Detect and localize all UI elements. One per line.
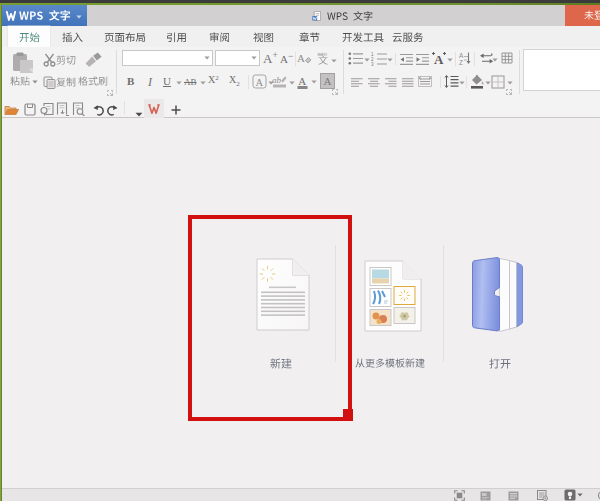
paragraph-text-effect-button[interactable]: A xyxy=(431,51,448,66)
paragraph-insert-table-button[interactable] xyxy=(501,52,513,64)
quick-print-doc-button[interactable] xyxy=(54,102,70,116)
paragraph-borders-button[interactable] xyxy=(491,75,505,89)
tips-bulb-caret-icon[interactable] xyxy=(577,493,583,497)
text-direction-caret-icon[interactable] xyxy=(492,58,498,62)
open-item[interactable] xyxy=(468,254,524,336)
paragraph-dialog-launcher-icon[interactable] xyxy=(506,89,512,95)
statusbar-outline-view-button[interactable] xyxy=(507,491,519,501)
font-char-border-button[interactable]: A xyxy=(252,74,267,89)
borders-caret-icon[interactable] xyxy=(507,81,513,85)
print-doc-icon xyxy=(55,102,69,116)
phonetic-guide-caret-icon[interactable] xyxy=(331,59,337,63)
format-painter-button[interactable] xyxy=(85,52,102,72)
cut-label[interactable] xyxy=(55,54,76,66)
templates-item[interactable] xyxy=(364,260,422,336)
menu-tab-5[interactable] xyxy=(245,26,282,47)
font-strikethrough-button[interactable]: AB xyxy=(184,77,197,87)
cut-button[interactable] xyxy=(42,52,56,67)
app-menu-tab[interactable] xyxy=(2,5,87,26)
strikethrough-caret-icon[interactable] xyxy=(200,81,206,85)
font-name-caret-icon[interactable] xyxy=(204,56,210,60)
underline-caret-icon[interactable] xyxy=(176,81,182,85)
quick-print-preview-button[interactable] xyxy=(70,102,86,116)
open-label[interactable] xyxy=(489,358,511,370)
align-center-icon xyxy=(368,78,380,87)
menu-tab-label xyxy=(342,32,384,43)
font-clear-format-button[interactable]: A xyxy=(297,51,312,66)
templates-label[interactable] xyxy=(355,358,425,369)
styles-gallery[interactable] xyxy=(523,49,600,91)
decrease-indent-icon xyxy=(399,53,414,66)
quick-export-pdf-button[interactable] xyxy=(39,102,55,116)
statusbar-read-layout-view-button[interactable] xyxy=(479,491,491,501)
text-effect-caret-icon[interactable] xyxy=(447,58,453,62)
paragraph-align-left-button[interactable] xyxy=(351,78,363,87)
login-button[interactable] xyxy=(565,5,600,26)
font-superscript-button[interactable]: X2 xyxy=(208,74,219,85)
paragraph-sort-az-button[interactable]: AZ xyxy=(458,51,472,66)
paragraph-align-distribute-button[interactable] xyxy=(418,76,432,87)
font-bold-button[interactable]: B xyxy=(127,75,134,87)
menu-tab-1[interactable] xyxy=(54,26,91,47)
paragraph-align-right-button[interactable] xyxy=(385,78,397,87)
font-char-shading-button[interactable]: A xyxy=(320,73,335,89)
paragraph-align-justify-button[interactable] xyxy=(402,78,414,87)
paragraph-line-spacing-button[interactable] xyxy=(444,75,459,88)
chevron-down-icon[interactable] xyxy=(76,15,82,19)
quick-open-folder-button[interactable] xyxy=(3,103,19,117)
line-spacing-icon xyxy=(444,75,459,88)
font-phonetic-guide-button[interactable]: wén xyxy=(316,51,330,66)
menu-tab-label xyxy=(299,32,320,43)
paragraph-numbered-list-button[interactable]: 123 xyxy=(371,52,388,66)
start-page-tab[interactable] xyxy=(144,99,164,118)
menu-tab-8[interactable] xyxy=(384,26,432,47)
decrease-font-size-icon: A− xyxy=(280,53,293,65)
font-increase-font-size-button[interactable]: A+ xyxy=(263,51,278,67)
font-size-combo[interactable] xyxy=(215,50,260,66)
bold-icon-part: B xyxy=(127,75,134,87)
menu-tab-6[interactable] xyxy=(291,26,328,47)
svg-text:A: A xyxy=(324,75,332,87)
paragraph-align-center-button[interactable] xyxy=(368,78,380,87)
clipboard-dialog-launcher-icon[interactable] xyxy=(107,90,113,96)
paragraph-decrease-indent-button[interactable] xyxy=(399,53,414,66)
paste-button[interactable] xyxy=(11,52,35,74)
font-font-color-button[interactable]: A xyxy=(296,74,309,90)
font-italic-button[interactable]: I xyxy=(148,75,152,90)
font-dialog-launcher-icon[interactable] xyxy=(332,89,338,95)
line-spacing-caret-icon[interactable] xyxy=(459,81,465,85)
font-color-icon: A xyxy=(296,74,309,90)
statusbar-zoom-control-partial-button[interactable] xyxy=(594,490,600,501)
font-underline-button[interactable]: U xyxy=(163,75,171,87)
statusbar-tips-bulb-button[interactable] xyxy=(564,489,576,500)
font-color-caret-icon[interactable] xyxy=(311,80,317,84)
font-subscript-button[interactable]: X2 xyxy=(229,74,240,85)
paste-label[interactable] xyxy=(8,75,32,88)
menu-tab-4[interactable] xyxy=(201,26,238,47)
paragraph-bullet-list-button[interactable] xyxy=(348,52,364,65)
new-tab-button[interactable] xyxy=(168,103,184,117)
font-highlight-color-button[interactable]: ab xyxy=(272,73,287,89)
statusbar-fullscreen-view-button[interactable] xyxy=(453,490,465,501)
font-decrease-font-size-button[interactable]: A− xyxy=(280,53,293,65)
menu-tab-2[interactable] xyxy=(96,26,154,47)
numbered-list-caret-icon[interactable] xyxy=(387,58,393,62)
sort-az-icon: AZ xyxy=(458,51,472,66)
quick-save-floppy-button[interactable] xyxy=(22,103,38,117)
paragraph-increase-indent-button[interactable] xyxy=(415,53,430,66)
paste-caret-icon[interactable] xyxy=(32,80,38,84)
subscript-icon-part-part: 2 xyxy=(236,80,240,88)
highlight-color-caret-icon[interactable] xyxy=(289,81,295,85)
menu-tab-home[interactable] xyxy=(8,26,50,47)
bullet-list-caret-icon[interactable] xyxy=(364,58,370,62)
menu-tab-3[interactable] xyxy=(158,26,195,47)
statusbar-web-layout-view-button[interactable] xyxy=(536,490,548,501)
font-name-combo[interactable] xyxy=(122,50,213,66)
font-size-caret-icon[interactable] xyxy=(251,56,257,60)
paragraph-shading-color-button[interactable] xyxy=(469,74,485,89)
fullscreen-view-icon xyxy=(454,490,465,501)
quick-redo-arrow-button[interactable] xyxy=(105,104,121,118)
format-painter-label[interactable] xyxy=(77,75,108,87)
copy-button[interactable] xyxy=(42,75,56,89)
copy-label[interactable] xyxy=(55,76,76,88)
